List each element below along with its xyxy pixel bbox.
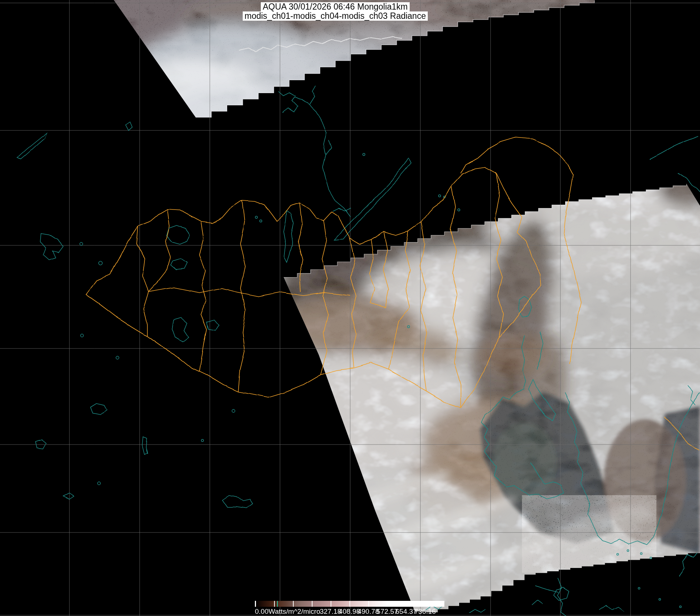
- map-canvas[interactable]: [0, 0, 700, 616]
- satellite-viewer-stage: AQUA 30/01/2026 06:46 Mongolia1km modis_…: [0, 0, 700, 616]
- lake-khovsgol: [284, 211, 293, 262]
- colorbar-tick: [444, 601, 444, 607]
- lake-blob-2: [35, 440, 46, 449]
- coast-squiggle-5: [469, 609, 485, 613]
- colorbar-tick-label: 327.18: [320, 608, 341, 616]
- coast-squiggle-4: [532, 599, 543, 605]
- lake-small-west: [207, 320, 219, 331]
- title-block: AQUA 30/01/2026 06:46 Mongolia1km modis_…: [0, 2, 685, 21]
- colorbar-gradient-bar: [255, 601, 444, 607]
- lake-dot: [363, 153, 365, 156]
- lake-khar-us: [172, 318, 188, 341]
- coast-squiggle-2: [679, 553, 698, 576]
- lake-small-5: [64, 493, 74, 499]
- lake-taihu: [554, 588, 569, 601]
- china-coast-south: [558, 579, 566, 616]
- colorbar-tick-label: 408.98: [339, 608, 360, 616]
- colorbar-unit-label: 0.00Watts/m^2/micro: [255, 608, 320, 616]
- colorbar-tick: [274, 601, 275, 607]
- river-near-border: [332, 208, 350, 211]
- aimag-border: [137, 226, 148, 336]
- colorbar-tick: [293, 601, 294, 607]
- colorbar-tick-label: 572.57: [376, 608, 398, 616]
- lake-bottom-center: [222, 495, 253, 508]
- island-dot: [680, 606, 682, 608]
- title-line-2: modis_ch01-modis_ch04-modis_ch03 Radianc…: [243, 11, 428, 21]
- colorbar-tick: [406, 601, 407, 607]
- river-branch: [310, 86, 315, 105]
- colorbar-tick-label: 654.37: [396, 608, 417, 616]
- lake-zaysan: [41, 234, 63, 260]
- coast-squiggle-1: [599, 605, 625, 611]
- colorbar-probe-marker: [277, 601, 278, 607]
- colorbar-tick: [425, 601, 426, 607]
- colorbar-tick-label: 736.16: [414, 608, 436, 616]
- lake-dot: [116, 356, 119, 359]
- lake-elongated-left: [18, 133, 47, 159]
- colorbar-tick-label: 490.78: [358, 608, 379, 616]
- colorbar-tick: [255, 601, 256, 607]
- river-branch-2: [326, 140, 332, 155]
- colorbar-tick: [331, 601, 331, 607]
- aimag-border: [199, 222, 207, 371]
- lake-uvs: [166, 225, 190, 244]
- lake-dot: [81, 334, 83, 337]
- lake-blob-3: [91, 404, 107, 415]
- lake-dot: [260, 220, 262, 222]
- lake-dot: [98, 482, 100, 485]
- amur-coast-top-right: [649, 136, 698, 160]
- lake-dot: [438, 195, 441, 197]
- lake-dot: [99, 261, 102, 265]
- colorbar-tick: [368, 601, 369, 607]
- lake-tiny-1: [126, 122, 132, 130]
- lake-elongated-4: [143, 437, 148, 455]
- lake-dot: [201, 439, 204, 442]
- aimag-border: [238, 200, 245, 392]
- bratsk-reservoir: [279, 91, 296, 96]
- lake-dot: [255, 216, 257, 218]
- colorbar-tick: [349, 601, 350, 607]
- aimag-border: [148, 287, 236, 293]
- lake-dot: [232, 409, 235, 412]
- colorbar: 0.00Watts/m^2/micro 327.18408.98490.7857…: [255, 601, 445, 615]
- colorbar-tick: [387, 601, 388, 607]
- colorbar-labels: 0.00Watts/m^2/micro 327.18408.98490.7857…: [255, 608, 444, 615]
- lake-khyargas: [171, 259, 187, 270]
- angara-river: [282, 97, 350, 217]
- title-line-1: AQUA 30/01/2026 06:46 Mongolia1km: [261, 2, 410, 11]
- colorbar-tick: [312, 601, 313, 607]
- yangtze-river: [535, 586, 559, 593]
- aimag-border: [148, 209, 171, 292]
- island-dot: [638, 588, 640, 589]
- island-dot: [659, 599, 661, 600]
- swath-bottom: [266, 161, 700, 616]
- lake-dot: [458, 209, 460, 211]
- lake-baikal: [334, 158, 411, 240]
- lake-dot: [80, 242, 83, 245]
